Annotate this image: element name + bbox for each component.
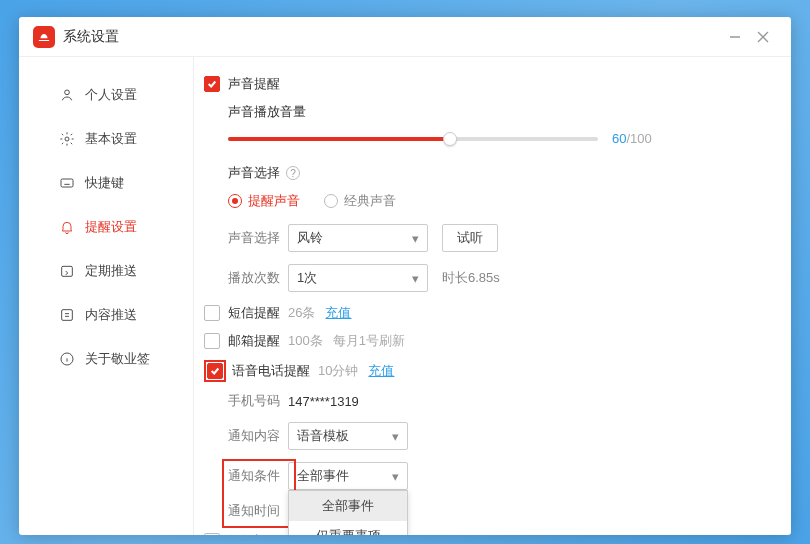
svg-rect-10: [62, 266, 73, 276]
notify-content-label: 通知内容: [228, 427, 288, 445]
settings-window: 系统设置 个人设置 基本设置 快捷键 提醒设置: [19, 17, 791, 535]
svg-rect-11: [62, 310, 73, 321]
sms-recharge-link[interactable]: 充值: [325, 304, 351, 322]
content-push-icon: [59, 307, 75, 323]
notify-condition-select[interactable]: 全部事件 ▾: [288, 462, 408, 490]
person-icon: [59, 87, 75, 103]
content-area: 声音提醒 声音播放音量 60/100 声音选择 ? 提醒声音: [194, 57, 791, 535]
sidebar-item-label: 个人设置: [85, 86, 137, 104]
volume-label: 声音播放音量: [228, 103, 763, 121]
keyboard-icon: [59, 175, 75, 191]
voice-timing: 10分钟: [318, 362, 358, 380]
chevron-down-icon: ▾: [412, 231, 419, 246]
sound-select[interactable]: 风铃 ▾: [288, 224, 428, 252]
info-icon: [59, 351, 75, 367]
voice-label: 语音电话提醒: [232, 362, 310, 380]
dropdown-item-important[interactable]: 仅重要事项: [289, 521, 407, 535]
sidebar-item-schedule[interactable]: 定期推送: [19, 249, 193, 293]
chevron-down-icon: ▾: [392, 469, 399, 484]
chevron-down-icon: ▾: [392, 429, 399, 444]
sidebar-item-label: 提醒设置: [85, 218, 137, 236]
help-icon[interactable]: ?: [286, 166, 300, 180]
app-icon: [33, 26, 55, 48]
email-refresh: 每月1号刷新: [333, 332, 405, 350]
radio-classic-sound[interactable]: 经典声音: [324, 192, 396, 210]
notify-content-select[interactable]: 语音模板 ▾: [288, 422, 408, 450]
dingtalk-checkbox[interactable]: [204, 533, 220, 535]
sidebar-item-content-push[interactable]: 内容推送: [19, 293, 193, 337]
sidebar-item-label: 快捷键: [85, 174, 124, 192]
sidebar-item-about[interactable]: 关于敬业签: [19, 337, 193, 381]
sidebar-item-label: 定期推送: [85, 262, 137, 280]
notify-condition-label: 通知条件: [228, 467, 288, 485]
titlebar: 系统设置: [19, 17, 791, 57]
email-label: 邮箱提醒: [228, 332, 280, 350]
sidebar: 个人设置 基本设置 快捷键 提醒设置 定期推送 内容推送: [19, 57, 194, 535]
sms-checkbox[interactable]: [204, 305, 220, 321]
minimize-button[interactable]: [721, 23, 749, 51]
notify-time-label: 通知时间: [228, 502, 288, 520]
slider-thumb[interactable]: [443, 132, 457, 146]
gear-icon: [59, 131, 75, 147]
volume-value: 60/100: [612, 131, 652, 146]
duration-label: 时长6.85s: [442, 269, 500, 287]
svg-rect-5: [61, 179, 73, 187]
close-button[interactable]: [749, 23, 777, 51]
radio-reminder-sound[interactable]: 提醒声音: [228, 192, 300, 210]
calendar-push-icon: [59, 263, 75, 279]
repeat-label: 播放次数: [228, 269, 288, 287]
volume-slider[interactable]: [228, 137, 598, 141]
voice-recharge-link[interactable]: 充值: [368, 362, 394, 380]
dropdown-item-all[interactable]: 全部事件: [289, 491, 407, 521]
voice-checkbox[interactable]: [207, 363, 223, 379]
dingtalk-label: 钉钉提醒: [228, 532, 280, 535]
sound-choice-label: 声音选择: [228, 164, 280, 182]
sound-select-label: 声音选择: [228, 229, 288, 247]
sidebar-item-label: 内容推送: [85, 306, 137, 324]
sidebar-item-personal[interactable]: 个人设置: [19, 73, 193, 117]
sound-reminder-checkbox[interactable]: [204, 76, 220, 92]
phone-value: 147****1319: [288, 394, 359, 409]
voice-checkbox-highlight: [204, 360, 226, 382]
sms-count: 26条: [288, 304, 315, 322]
phone-label: 手机号码: [228, 392, 288, 410]
sidebar-item-reminder[interactable]: 提醒设置: [19, 205, 193, 249]
repeat-select[interactable]: 1次 ▾: [288, 264, 428, 292]
email-checkbox[interactable]: [204, 333, 220, 349]
svg-point-3: [65, 90, 70, 95]
sidebar-item-basic[interactable]: 基本设置: [19, 117, 193, 161]
condition-dropdown: 全部事件 仅重要事项: [288, 490, 408, 535]
sidebar-item-hotkeys[interactable]: 快捷键: [19, 161, 193, 205]
svg-point-4: [65, 137, 69, 141]
sidebar-item-label: 关于敬业签: [85, 350, 150, 368]
chevron-down-icon: ▾: [412, 271, 419, 286]
bell-icon: [59, 219, 75, 235]
preview-button[interactable]: 试听: [442, 224, 498, 252]
sidebar-item-label: 基本设置: [85, 130, 137, 148]
window-title: 系统设置: [63, 28, 119, 46]
email-count: 100条: [288, 332, 323, 350]
sms-label: 短信提醒: [228, 304, 280, 322]
sound-reminder-label: 声音提醒: [228, 75, 280, 93]
